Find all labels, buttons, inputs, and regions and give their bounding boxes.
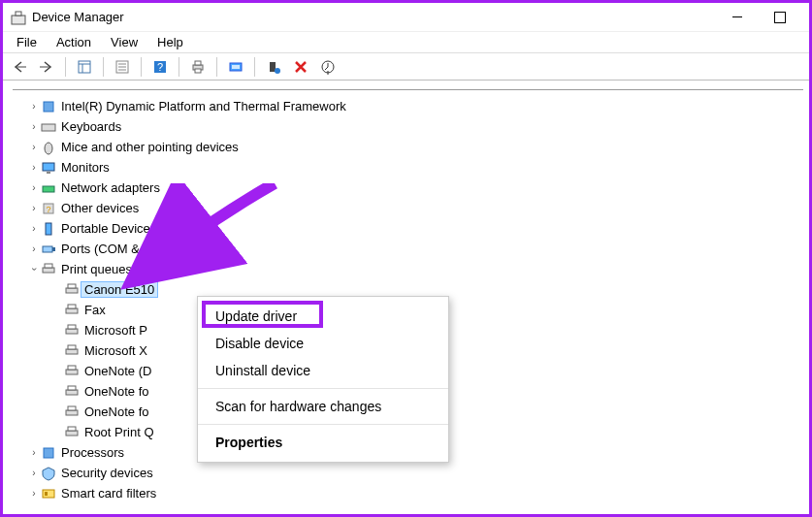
keyboard-icon: [40, 119, 57, 135]
maximize-button[interactable]: [759, 4, 801, 31]
svg-rect-27: [46, 223, 51, 235]
chip-icon: [40, 99, 57, 114]
tree-node[interactable]: › Keyboards: [24, 116, 803, 137]
update-button[interactable]: [317, 56, 339, 78]
svg-point-21: [45, 143, 52, 154]
svg-rect-29: [52, 247, 55, 251]
tree-node[interactable]: › Security devices: [24, 463, 803, 483]
svg-rect-24: [43, 186, 54, 192]
tree-label: Other devices: [57, 201, 139, 215]
svg-rect-30: [43, 268, 54, 273]
ctx-uninstall-device[interactable]: Uninstall device: [198, 357, 448, 384]
svg-rect-35: [68, 305, 76, 308]
chip-icon: [40, 445, 57, 461]
chevron-right-icon: ›: [28, 447, 40, 458]
menu-view[interactable]: View: [101, 33, 147, 51]
menu-help[interactable]: Help: [147, 33, 193, 51]
tree-label: Microsoft X: [81, 343, 147, 358]
printer-icon: [63, 343, 81, 359]
ctx-update-driver[interactable]: Update driver: [198, 303, 448, 330]
svg-rect-2: [79, 61, 90, 73]
tree-node[interactable]: › ? Other devices: [24, 198, 803, 218]
titlebar: Device Manager: [3, 3, 809, 32]
svg-rect-41: [68, 366, 76, 370]
tree-label: Ports (COM & LPT): [57, 242, 171, 256]
svg-text:?: ?: [157, 61, 163, 73]
printer-icon: [63, 323, 81, 339]
printer-icon: [63, 282, 81, 298]
svg-rect-37: [68, 325, 76, 329]
tree-node[interactable]: › Network adapters: [24, 178, 803, 198]
tree-label: Intel(R) Dynamic Platform and Thermal Fr…: [57, 99, 346, 113]
printer-icon: [63, 404, 81, 420]
add-legacy-button[interactable]: [263, 56, 284, 78]
svg-rect-47: [68, 427, 76, 431]
chevron-right-icon: ›: [28, 243, 40, 254]
tree-node[interactable]: › Ports (COM & LPT): [24, 239, 803, 259]
tree-node[interactable]: › Smart card filters: [24, 483, 803, 503]
svg-rect-28: [43, 246, 52, 252]
svg-rect-22: [43, 163, 54, 171]
svg-rect-20: [42, 124, 55, 131]
printer-icon: [63, 364, 81, 379]
mouse-icon: [40, 140, 57, 155]
tree-node[interactable]: › Portable Devices: [24, 218, 803, 239]
svg-rect-46: [66, 431, 78, 436]
tree-label: Mice and other pointing devices: [57, 140, 239, 154]
tree-label: Smart card filters: [57, 486, 156, 501]
print-button[interactable]: [187, 56, 209, 78]
svg-rect-40: [66, 370, 78, 374]
svg-rect-45: [68, 406, 76, 410]
window-title: Device Manager: [32, 10, 124, 24]
svg-rect-34: [66, 308, 78, 313]
tree-label: OneNote fo: [81, 404, 149, 419]
chevron-right-icon: ›: [28, 468, 40, 478]
svg-rect-42: [66, 390, 78, 395]
svg-rect-38: [66, 349, 78, 354]
svg-rect-36: [66, 329, 78, 334]
network-icon: [40, 180, 57, 196]
menu-file[interactable]: File: [7, 33, 47, 51]
tree-node[interactable]: › Intel(R) Dynamic Platform and Thermal …: [24, 96, 803, 116]
tree-label: Processors: [57, 445, 124, 460]
minimize-button[interactable]: [716, 4, 759, 31]
tree-node-print-queues[interactable]: › Print queues: [24, 259, 803, 279]
unknown-icon: ?: [40, 201, 57, 216]
ctx-disable-device[interactable]: Disable device: [198, 330, 448, 357]
svg-rect-48: [44, 448, 53, 458]
tree-label: Monitors: [57, 160, 110, 175]
printer-icon: [63, 303, 81, 318]
svg-text:?: ?: [46, 205, 50, 214]
uninstall-button[interactable]: [290, 56, 311, 78]
forward-button[interactable]: [36, 56, 57, 78]
svg-rect-0: [12, 16, 25, 24]
menubar: File Action View Help: [3, 32, 809, 53]
tree-node[interactable]: › Monitors: [24, 157, 803, 178]
chevron-right-icon: ›: [28, 203, 40, 213]
tree-label: Root Print Q: [81, 425, 154, 439]
tree-label: Microsoft P: [81, 323, 147, 338]
back-button[interactable]: [9, 56, 30, 78]
chevron-down-icon: ›: [29, 264, 40, 275]
svg-rect-31: [45, 264, 52, 268]
context-menu: Update driver Disable device Uninstall d…: [197, 296, 449, 463]
svg-rect-15: [232, 65, 240, 69]
tree-label: Portable Devices: [57, 221, 156, 236]
ctx-scan-hardware[interactable]: Scan for hardware changes: [198, 393, 448, 420]
svg-rect-44: [66, 410, 78, 415]
app-icon: [11, 10, 26, 25]
tree-node[interactable]: › Mice and other pointing devices: [24, 137, 803, 157]
tree-label: OneNote (D: [81, 364, 151, 378]
svg-rect-49: [43, 490, 54, 498]
menu-action[interactable]: Action: [47, 33, 101, 51]
svg-rect-1: [16, 12, 21, 16]
properties-button[interactable]: [112, 56, 133, 78]
scan-hardware-button[interactable]: [225, 56, 246, 78]
svg-rect-12: [195, 61, 201, 65]
svg-rect-33: [68, 284, 76, 288]
show-hide-tree-button[interactable]: [74, 56, 95, 78]
help-button[interactable]: ?: [149, 56, 171, 78]
chevron-right-icon: ›: [28, 101, 40, 112]
smartcard-icon: [40, 486, 57, 501]
ctx-properties[interactable]: Properties: [198, 429, 448, 456]
